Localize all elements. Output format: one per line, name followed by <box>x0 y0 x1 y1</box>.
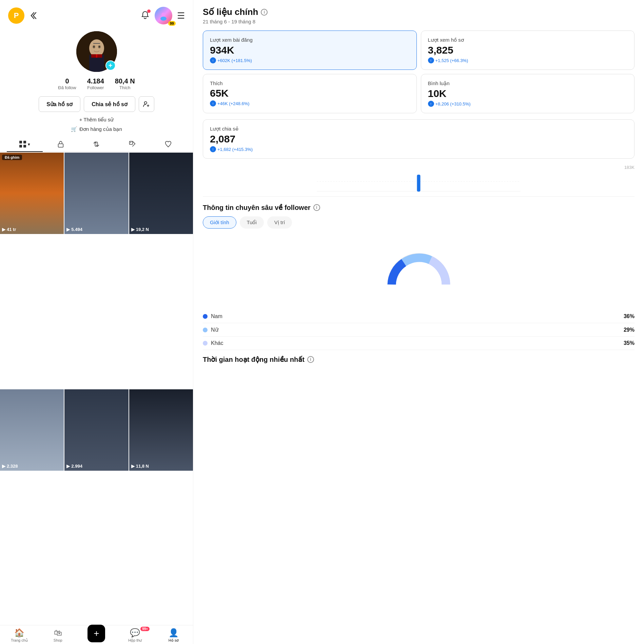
up-arrow-icon-2: ↑ <box>428 57 434 63</box>
gender-nam-left: Nam <box>203 313 222 319</box>
video-views-1: ▶ 5.494 <box>66 227 82 232</box>
dot-gray <box>203 341 208 346</box>
tab-lock[interactable] <box>43 137 79 152</box>
svg-point-11 <box>99 46 100 47</box>
tab-grid[interactable]: ▾ <box>7 137 43 152</box>
gender-khac-left: Khác <box>203 340 223 346</box>
nav-shop[interactable]: 🛍 Shop <box>39 628 77 643</box>
tag-icon <box>129 140 136 148</box>
nav-create[interactable]: + <box>77 628 116 643</box>
table-row[interactable]: ▶ 5.494 <box>64 153 128 234</box>
follow-label: Đã follow <box>58 85 76 90</box>
notification-icon[interactable] <box>140 10 150 21</box>
donut-wrap <box>203 235 635 303</box>
shop-icon: 🛍 <box>54 628 62 638</box>
premium-badge[interactable]: P <box>8 7 24 24</box>
metric-comments-value: 10K <box>428 88 628 99</box>
nav-home[interactable]: 🏠 Trang chủ <box>0 628 39 643</box>
left-panel: P 99 <box>0 0 193 644</box>
table-row[interactable]: ▶ 2.328 <box>0 389 64 471</box>
video-views-3: ▶ 2.328 <box>2 464 18 469</box>
menu-icon[interactable]: ☰ <box>177 11 185 21</box>
add-avatar-button[interactable]: + <box>105 60 116 71</box>
follower-stat: 4.184 Follower <box>87 77 104 90</box>
svg-rect-16 <box>23 141 26 143</box>
filter-tab-location[interactable]: Vị trí <box>267 216 292 229</box>
list-item: Nữ 29% <box>203 323 635 337</box>
filter-tab-gender[interactable]: Giới tính <box>203 216 236 229</box>
list-item: Nam 36% <box>203 310 635 323</box>
chart-svg <box>203 171 635 192</box>
grid-icon <box>19 140 26 148</box>
create-button[interactable]: + <box>87 625 105 642</box>
metric-card-comments[interactable]: Bình luận 10K ↑ +8,206 (+310.5%) <box>421 74 635 113</box>
lock-icon <box>57 140 64 148</box>
table-row[interactable]: ▶ 11,8 N <box>129 389 193 471</box>
gender-khac-label: Khác <box>211 340 223 346</box>
activity-title-text: Thời gian hoạt động nhiều nhất <box>203 355 305 364</box>
nav-inbox[interactable]: 💬 99+ Hộp thư <box>116 628 154 643</box>
chart-area: 183K <box>203 165 635 197</box>
top-bar-right: 99 ☰ <box>140 7 185 24</box>
dot-blue <box>203 314 208 319</box>
activity-info-icon[interactable]: i <box>307 356 314 363</box>
shares-change: ↑ +1,682 (+415.3%) <box>210 146 627 152</box>
edit-profile-button[interactable]: Sửa hồ sơ <box>39 96 80 112</box>
metric-card-likes[interactable]: Thích 65K ↑ +46K (+248.6%) <box>203 74 417 113</box>
play-icon: ▶ <box>131 464 135 469</box>
notification-dot <box>147 9 151 13</box>
table-row[interactable]: ▶ 19,2 N <box>129 153 193 234</box>
tab-repost[interactable] <box>79 137 115 152</box>
svg-point-0 <box>161 13 165 17</box>
svg-point-21 <box>130 142 131 143</box>
svg-rect-19 <box>58 144 63 147</box>
follower-info-icon[interactable]: i <box>313 204 320 211</box>
stats-row: 0 Đã follow 4.184 Follower 80,4 N Thích <box>58 77 135 90</box>
nav-home-label: Trang chủ <box>11 638 28 643</box>
tab-tagged[interactable] <box>114 137 150 152</box>
metric-likes-label: Thích <box>210 80 410 86</box>
table-row[interactable]: Đã ghim ▶ 41 tr <box>0 153 64 234</box>
order-link[interactable]: 🛒 Đơn hàng của bạn <box>71 126 122 132</box>
svg-rect-18 <box>23 145 26 148</box>
up-arrow-icon-3: ↑ <box>210 100 216 106</box>
gender-nu-pct: 29% <box>624 327 635 333</box>
bio-link[interactable]: + Thêm tiểu sử <box>79 117 114 123</box>
tab-likes[interactable] <box>150 137 186 152</box>
likes-count: 80,4 N <box>115 77 135 85</box>
metric-card-profile-views[interactable]: Lượt xem hồ sơ 3,825 ↑ +1,525 (+66.3%) <box>421 31 635 70</box>
profile-icon: 👤 <box>169 628 179 638</box>
share-profile-button[interactable]: Chia sẻ hồ sơ <box>84 96 135 112</box>
tab-dropdown-icon: ▾ <box>28 142 30 147</box>
play-icon: ▶ <box>2 227 5 232</box>
chart-value-label: 183K <box>624 165 635 170</box>
follower-insight-title: Thông tin chuyên sâu về follower i <box>203 203 635 212</box>
tab-bar: ▾ <box>0 137 193 152</box>
nav-profile[interactable]: 👤 Hồ sơ <box>154 628 193 643</box>
play-icon: ▶ <box>2 464 5 469</box>
table-row[interactable]: ▶ 2.994 <box>64 389 128 471</box>
svg-rect-17 <box>19 145 22 148</box>
right-panel: Số liệu chính i 21 tháng 6 - 19 tháng 8 … <box>193 0 644 644</box>
metric-comments-label: Bình luận <box>428 80 628 86</box>
gender-khac-pct: 35% <box>624 340 635 346</box>
metric-card-shares[interactable]: Lượt chia sẻ 2,087 ↑ +1,682 (+415.3%) <box>203 119 635 159</box>
top-bar-left: P <box>8 7 38 24</box>
video-views-5: ▶ 11,8 N <box>131 464 149 469</box>
inbox-badge: 99+ <box>140 627 150 631</box>
svg-rect-15 <box>19 141 22 143</box>
chart-divider <box>203 196 635 197</box>
gender-stats-list: Nam 36% Nữ 29% Khác 35% <box>203 310 635 350</box>
add-friend-button[interactable] <box>139 96 154 112</box>
metric-views-change: ↑ +602K (+181.5%) <box>210 57 410 63</box>
svg-point-12 <box>144 102 147 104</box>
avatar-container[interactable]: 99 <box>155 7 172 24</box>
filter-tab-age[interactable]: Tuổi <box>240 216 264 229</box>
home-icon: 🏠 <box>14 628 24 638</box>
add-friend-icon <box>143 100 150 108</box>
analytics-info-icon[interactable]: i <box>261 9 268 16</box>
gender-nu-left: Nữ <box>203 327 218 333</box>
metric-card-views[interactable]: Lượt xem bài đăng 934K ↑ +602K (+181.5%) <box>203 31 417 70</box>
order-text: Đơn hàng của bạn <box>79 126 122 132</box>
follow-count: 0 <box>58 77 76 85</box>
